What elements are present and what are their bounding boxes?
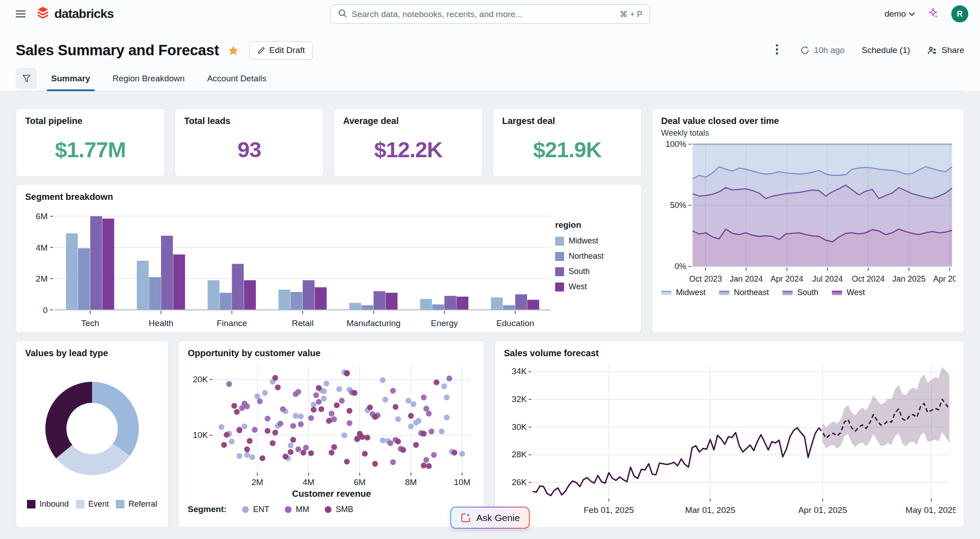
legend-swatch bbox=[555, 283, 564, 292]
svg-text:Tech: Tech bbox=[81, 318, 99, 328]
svg-text:Apr 2024: Apr 2024 bbox=[770, 274, 803, 283]
svg-text:28K: 28K bbox=[512, 450, 527, 459]
kpi-label: Total pipeline bbox=[25, 116, 155, 126]
favorite-star-icon[interactable] bbox=[227, 44, 239, 57]
deal-value-over-time-card: Deal value closed over time Weekly total… bbox=[652, 108, 964, 333]
kpi-value: 93 bbox=[184, 137, 314, 162]
edit-draft-label: Edit Draft bbox=[269, 45, 305, 55]
svg-text:Mar 01, 2025: Mar 01, 2025 bbox=[685, 505, 735, 515]
pencil-icon bbox=[257, 46, 265, 55]
segment-breakdown-chart: TechHealthFinanceRetailManufacturingEner… bbox=[25, 202, 555, 330]
chart-title: Opportunity by customer value bbox=[188, 348, 475, 358]
svg-text:Feb 01, 2025: Feb 01, 2025 bbox=[583, 505, 634, 515]
lead-type-donut-chart bbox=[25, 361, 159, 496]
tab-summary[interactable]: Summary bbox=[50, 67, 91, 91]
lead-type-legend: InboundEventReferral bbox=[25, 499, 159, 509]
legend-item-label: Referral bbox=[128, 499, 157, 509]
sales-volume-forecast-card: Sales volume forecast 26K28K30K32K34KFeb… bbox=[494, 340, 964, 528]
svg-text:Energy: Energy bbox=[431, 318, 458, 328]
legend-swatch bbox=[285, 506, 291, 513]
svg-text:20K: 20K bbox=[193, 375, 208, 384]
workspace-name: demo bbox=[884, 9, 906, 19]
user-avatar[interactable]: R bbox=[951, 5, 968, 22]
legend-swatch bbox=[555, 237, 564, 246]
svg-text:Manufacturing: Manufacturing bbox=[347, 318, 401, 328]
legend-label: Segment: bbox=[188, 504, 227, 514]
global-search-input[interactable]: Search data, notebooks, recents, and mor… bbox=[330, 4, 650, 24]
ask-genie-button[interactable]: Ask Genie bbox=[450, 507, 530, 529]
svg-text:2M: 2M bbox=[36, 274, 48, 283]
assistant-sparkle-icon[interactable] bbox=[927, 8, 939, 21]
chart-title: Segment breakdown bbox=[25, 192, 632, 202]
chart-title: Deal value closed over time bbox=[661, 116, 955, 126]
top-navigation-bar: databricks Search data, notebooks, recen… bbox=[0, 0, 980, 28]
svg-text:32K: 32K bbox=[512, 394, 527, 404]
legend-item-label: Event bbox=[88, 499, 109, 509]
svg-text:Jan 2025: Jan 2025 bbox=[892, 274, 926, 283]
legend-item: Midwest bbox=[555, 236, 632, 246]
filter-button[interactable] bbox=[16, 68, 37, 89]
deal-value-legend: MidwestNortheastSouthWest bbox=[661, 288, 955, 303]
edit-draft-button[interactable]: Edit Draft bbox=[249, 41, 313, 60]
legend-item-label: Inbound bbox=[40, 499, 69, 509]
databricks-wordmark: databricks bbox=[54, 7, 114, 21]
legend-swatch bbox=[832, 291, 842, 295]
chart-subtitle: Weekly totals bbox=[661, 128, 955, 138]
title-section: Sales Summary and Forecast Edit Draft 10… bbox=[0, 28, 980, 91]
opportunity-by-customer-value-card: Opportunity by customer value 2M4M6M8M10… bbox=[178, 340, 485, 528]
legend-item: Event bbox=[76, 499, 109, 509]
svg-text:6M: 6M bbox=[354, 477, 366, 487]
legend-item-label: West bbox=[847, 288, 865, 297]
legend-item-label: West bbox=[569, 282, 587, 292]
legend-item: South bbox=[555, 267, 632, 276]
svg-text:Oct 2023: Oct 2023 bbox=[689, 274, 722, 283]
svg-text:0%: 0% bbox=[675, 262, 686, 271]
svg-text:May 01, 2025: May 01, 2025 bbox=[905, 505, 956, 515]
kebab-menu-icon[interactable] bbox=[771, 41, 783, 60]
opportunity-scatter-chart: 2M4M6M8M10M10K20K bbox=[188, 358, 476, 488]
kpi-label: Largest deal bbox=[502, 116, 632, 126]
legend-item-label: South bbox=[797, 288, 818, 297]
workspace-dropdown[interactable]: demo bbox=[884, 9, 915, 19]
svg-text:34K: 34K bbox=[512, 367, 527, 376]
tab-account-details[interactable]: Account Details bbox=[206, 67, 267, 91]
legend-items: ENTMMSMB bbox=[242, 505, 353, 514]
share-people-icon bbox=[927, 45, 937, 56]
last-refresh-label: 10h ago bbox=[814, 45, 845, 55]
kpi-card-total-leads: Total leads 93 bbox=[175, 108, 324, 177]
svg-text:Education: Education bbox=[496, 318, 534, 328]
hamburger-menu-icon[interactable] bbox=[12, 5, 30, 23]
svg-text:6M: 6M bbox=[36, 212, 48, 221]
legend-item: West bbox=[555, 282, 632, 292]
legend-item: Northeast bbox=[719, 288, 769, 297]
chart-title: Sales volume forecast bbox=[504, 348, 955, 358]
svg-text:8M: 8M bbox=[405, 477, 417, 487]
share-button[interactable]: Share bbox=[927, 45, 964, 56]
legend-title: region bbox=[555, 220, 632, 230]
legend-swatch bbox=[555, 252, 564, 261]
kpi-value: $1.77M bbox=[25, 137, 155, 162]
legend-items: MidwestNortheastSouthWest bbox=[555, 236, 632, 292]
legend-item: SMB bbox=[325, 505, 353, 514]
deal-value-over-time-chart: 0%50%100%Oct 2023Jan 2024Apr 2024Jul 202… bbox=[661, 138, 956, 286]
kpi-label: Total leads bbox=[184, 116, 314, 126]
svg-text:10K: 10K bbox=[193, 430, 208, 440]
databricks-logo[interactable]: databricks bbox=[36, 6, 114, 22]
svg-text:26K: 26K bbox=[512, 477, 527, 487]
legend-swatch bbox=[76, 500, 84, 508]
search-icon bbox=[338, 9, 347, 20]
kpi-card-total-pipeline: Total pipeline $1.77M bbox=[16, 108, 165, 177]
kpi-card-average-deal: Average deal $12.2K bbox=[334, 108, 483, 177]
svg-text:Finance: Finance bbox=[216, 318, 247, 328]
tab-region-breakdown[interactable]: Region Breakdown bbox=[112, 67, 186, 91]
svg-text:2M: 2M bbox=[252, 477, 263, 487]
legend-swatch bbox=[719, 291, 729, 295]
legend-swatch bbox=[555, 267, 564, 276]
legend-item-label: Northeast bbox=[569, 252, 604, 261]
refresh-status[interactable]: 10h ago bbox=[800, 45, 845, 55]
share-label: Share bbox=[941, 45, 964, 55]
kpi-label: Average deal bbox=[343, 116, 473, 126]
schedule-button[interactable]: Schedule (1) bbox=[862, 45, 910, 55]
svg-text:Health: Health bbox=[149, 318, 173, 328]
x-axis-title: Customer revenue bbox=[188, 489, 475, 499]
